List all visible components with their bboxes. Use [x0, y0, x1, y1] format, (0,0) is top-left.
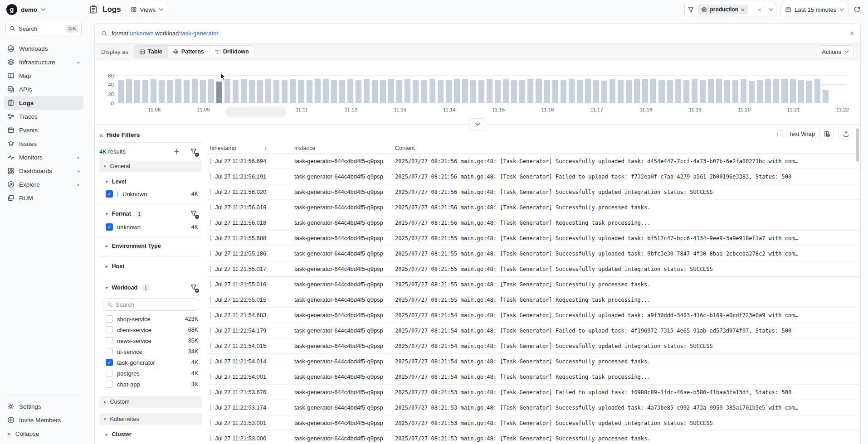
- chart-bar[interactable]: [126, 79, 132, 103]
- workload-search-box[interactable]: [103, 298, 198, 311]
- chart-bar[interactable]: [142, 80, 148, 103]
- chart-bar[interactable]: [273, 80, 279, 103]
- chart-bar[interactable]: [298, 80, 304, 103]
- chart-bar[interactable]: [708, 79, 714, 103]
- display-mode-drilldown[interactable]: Drilldown: [209, 46, 254, 58]
- chart-bar[interactable]: [307, 80, 312, 103]
- sidebar-search[interactable]: Search ⌘K: [5, 22, 82, 35]
- hide-filters-button[interactable]: « Hide Filters: [99, 125, 202, 142]
- filter-section-custom[interactable]: ▸ Custom: [99, 396, 202, 408]
- sidebar-collapse-button[interactable]: « Collapse: [4, 427, 83, 440]
- chart-bar[interactable]: [167, 80, 173, 103]
- sort-desc-icon[interactable]: ↓: [264, 145, 267, 151]
- filter-option-unknown-level[interactable]: ✓ Unknown 4K: [99, 188, 202, 199]
- chart-bar[interactable]: [618, 80, 624, 103]
- text-wrap-checkbox[interactable]: [777, 130, 784, 137]
- chart-bar[interactable]: [585, 79, 591, 103]
- chart-bar[interactable]: [151, 79, 156, 103]
- chart-bar[interactable]: [380, 80, 386, 103]
- workload-filter-option[interactable]: ✓ task-generator 4K: [99, 357, 202, 368]
- workload-filter-option[interactable]: chat-app 3K: [99, 379, 202, 390]
- filter-group-cluster[interactable]: ▸ Cluster: [99, 425, 202, 441]
- sidebar-item-rum[interactable]: RUM: [4, 191, 83, 205]
- table-row[interactable]: Jul 27 11:21:53.676 task-generator-644c4…: [207, 385, 860, 400]
- funnel-icon[interactable]: [688, 6, 694, 13]
- sidebar-item-infrastructure[interactable]: Infrastructure▸: [4, 55, 83, 69]
- chevron-down-icon[interactable]: [769, 8, 773, 11]
- chart-bar[interactable]: [478, 80, 484, 103]
- workload-filter-option[interactable]: postgres 4K: [99, 368, 202, 379]
- table-row[interactable]: Jul 27 11:21:56.020 task-generator-644c4…: [207, 184, 860, 200]
- table-row[interactable]: Jul 27 11:21:54.015 task-generator-644c4…: [207, 338, 860, 354]
- filter-group-format[interactable]: ▾ Format 1 −: [99, 203, 202, 222]
- table-row[interactable]: Jul 27 11:21:54.001 task-generator-644c4…: [207, 369, 860, 385]
- chart-bar[interactable]: [552, 80, 558, 103]
- chart-bar[interactable]: [741, 79, 746, 103]
- chart-bar[interactable]: [282, 80, 288, 103]
- workload-filter-option[interactable]: news-service 35K: [99, 335, 202, 346]
- table-row[interactable]: Jul 27 11:21:55.186 task-generator-644c4…: [207, 246, 860, 261]
- filter-section-kubernetes[interactable]: ▾ Kubernetes: [99, 413, 202, 425]
- table-row[interactable]: Jul 27 11:21:53.001 task-generator-644c4…: [207, 415, 860, 431]
- table-row[interactable]: Jul 27 11:21:55.688 task-generator-644c4…: [207, 231, 860, 246]
- chart-bar[interactable]: [561, 80, 566, 103]
- table-row[interactable]: Jul 27 11:21:55.017 task-generator-644c4…: [207, 261, 860, 277]
- table-row[interactable]: Jul 27 11:21:56.694 task-generator-644c4…: [207, 154, 860, 169]
- chart-bar[interactable]: [356, 80, 361, 103]
- chart-bar[interactable]: [700, 80, 706, 103]
- chart-bar[interactable]: [470, 80, 476, 103]
- column-header-content[interactable]: Content: [395, 145, 860, 151]
- chart-bar[interactable]: [503, 79, 509, 103]
- chart-bar[interactable]: [372, 80, 378, 103]
- table-row[interactable]: Jul 27 11:21:56.018 task-generator-644c4…: [207, 215, 860, 231]
- chart-bar[interactable]: [405, 79, 410, 103]
- exclude-filter-icon[interactable]: −: [190, 148, 198, 156]
- checkbox[interactable]: [106, 326, 113, 333]
- chart-bar[interactable]: [454, 79, 460, 103]
- chart-bar[interactable]: [118, 80, 124, 103]
- sidebar-item-monitors[interactable]: Monitors▸: [4, 150, 83, 164]
- checkbox[interactable]: [106, 315, 113, 323]
- chart-bar[interactable]: [724, 80, 730, 103]
- chart-bar[interactable]: [184, 80, 190, 103]
- display-mode-patterns[interactable]: Patterns: [167, 46, 209, 58]
- filter-option-unknown-format[interactable]: ✓ unknown 4K: [99, 222, 202, 232]
- clear-query-icon[interactable]: ×: [850, 30, 854, 37]
- chart-bar[interactable]: [339, 80, 345, 103]
- chart-bar[interactable]: [823, 90, 829, 104]
- table-scrollbar[interactable]: [856, 128, 859, 162]
- chart-bar[interactable]: [224, 79, 230, 103]
- chart-bar[interactable]: [438, 80, 444, 103]
- sidebar-item-logs[interactable]: Logs: [4, 96, 83, 110]
- workspace-switcher[interactable]: g demo: [6, 4, 79, 15]
- chart-bar[interactable]: [716, 79, 722, 103]
- table-row[interactable]: Jul 27 11:21:56.191 task-generator-644c4…: [207, 169, 860, 184]
- sidebar-item-settings[interactable]: Settings: [4, 400, 83, 413]
- chart-bar[interactable]: [249, 80, 255, 103]
- chart-bar[interactable]: [208, 79, 214, 103]
- filter-group-level[interactable]: ▾ Level: [99, 172, 202, 188]
- add-filter-icon[interactable]: [173, 148, 180, 155]
- column-header-instance[interactable]: instance: [294, 145, 395, 151]
- chart-bar[interactable]: [692, 79, 697, 103]
- chart-bar[interactable]: [569, 79, 575, 103]
- sidebar-item-dashboards[interactable]: Dashboards▸: [4, 164, 83, 178]
- chart-bar[interactable]: [175, 79, 181, 103]
- chart-bar[interactable]: [814, 79, 820, 103]
- checkbox[interactable]: ✓: [106, 223, 113, 231]
- table-row[interactable]: Jul 27 11:21:54.179 task-generator-644c4…: [207, 323, 860, 338]
- chart-bar[interactable]: [626, 80, 632, 103]
- chart-bar[interactable]: [446, 80, 452, 103]
- chart-bar[interactable]: [241, 79, 247, 103]
- sidebar-item-map[interactable]: Map: [4, 69, 83, 82]
- chart-bar[interactable]: [798, 80, 804, 103]
- exclude-filter-icon[interactable]: −: [190, 284, 198, 292]
- filter-chip-production[interactable]: production ×: [698, 5, 747, 14]
- sidebar-item-events[interactable]: Events: [4, 123, 83, 137]
- chart-bar[interactable]: [429, 79, 435, 103]
- table-row[interactable]: Jul 27 11:21:53.000 task-generator-644c4…: [207, 431, 860, 444]
- sidebar-item-traces[interactable]: Traces: [4, 110, 83, 123]
- checkbox[interactable]: [106, 348, 113, 355]
- chart-bar[interactable]: [634, 79, 640, 103]
- chart-bar[interactable]: [610, 79, 615, 103]
